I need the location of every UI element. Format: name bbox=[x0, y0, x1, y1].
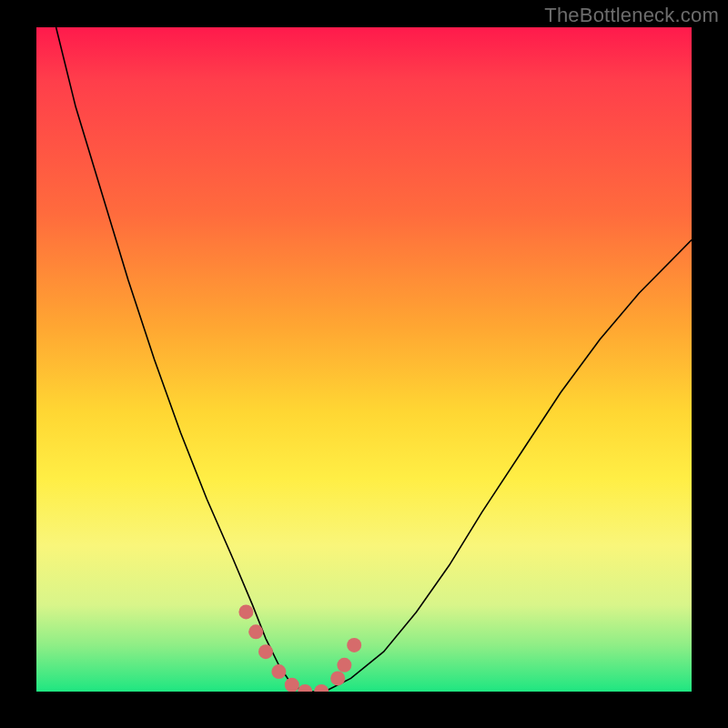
highlight-dot bbox=[298, 684, 312, 692]
curve-layer bbox=[36, 27, 692, 692]
highlight-dot bbox=[248, 624, 263, 639]
highlight-dot bbox=[271, 664, 286, 679]
highlight-dot bbox=[337, 658, 351, 672]
bottleneck-curve bbox=[56, 27, 692, 692]
chart-frame: TheBottleneck.com bbox=[0, 0, 728, 728]
highlight-dot bbox=[238, 604, 253, 619]
highlight-dot bbox=[330, 671, 345, 685]
highlight-dot bbox=[258, 644, 273, 659]
watermark-text: TheBottleneck.com bbox=[544, 4, 719, 27]
plot-area bbox=[36, 27, 692, 692]
highlight-dot bbox=[347, 638, 361, 652]
highlight-dot bbox=[285, 678, 299, 692]
highlight-dot bbox=[314, 684, 329, 692]
curve-path bbox=[56, 27, 692, 692]
